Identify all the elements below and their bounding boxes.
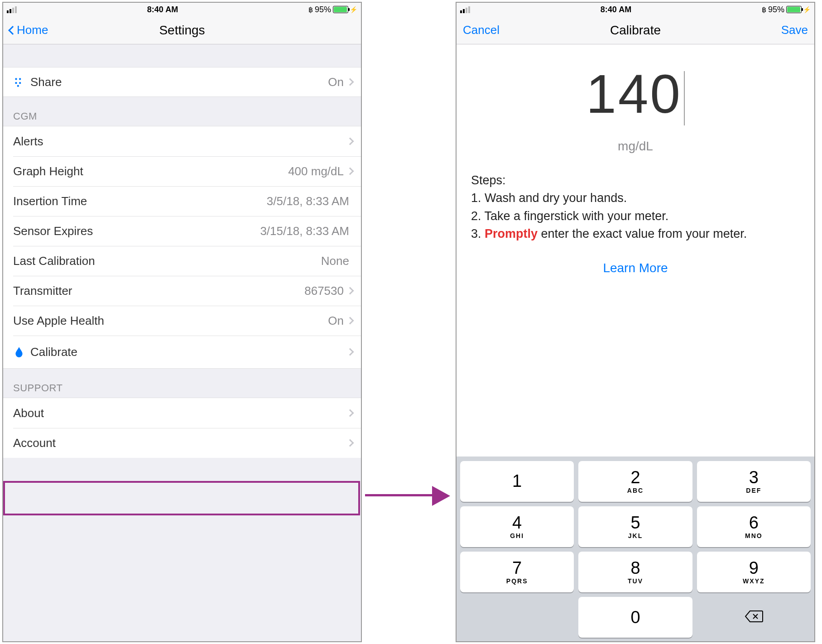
bluetooth-icon: ฿ <box>762 5 766 14</box>
graph-height-label: Graph Height <box>13 164 83 178</box>
cancel-button[interactable]: Cancel <box>457 16 506 44</box>
share-row[interactable]: Share On <box>3 67 361 97</box>
glucose-unit: mg/dL <box>457 139 814 154</box>
learn-more-link[interactable]: Learn More <box>457 261 814 275</box>
nav-title: Settings <box>159 23 205 38</box>
battery-icon <box>333 6 348 13</box>
key-7[interactable]: 7PQRS <box>460 552 574 592</box>
apple-health-value: On <box>328 314 344 328</box>
backspace-icon <box>744 609 764 625</box>
status-bar: 8:40 AM ฿ 95% ⚡ <box>457 3 814 16</box>
support-section-header: SUPPORT <box>3 369 361 398</box>
insertion-time-label: Insertion Time <box>13 194 87 208</box>
last-calibration-value: None <box>321 254 349 268</box>
share-icon <box>13 76 25 88</box>
key-1[interactable]: 1 <box>460 461 574 502</box>
save-button[interactable]: Save <box>775 16 814 44</box>
battery-percent: 95% <box>315 5 331 14</box>
last-calibration-label: Last Calibration <box>13 254 95 268</box>
apple-health-label: Use Apple Health <box>13 314 104 328</box>
svg-point-2 <box>15 82 17 84</box>
battery-percent: 95% <box>768 5 784 14</box>
flow-arrow <box>365 486 451 504</box>
account-row[interactable]: Account <box>3 428 361 458</box>
key-6[interactable]: 6MNO <box>697 506 811 547</box>
step-3: 3. Promptly enter the exact value from y… <box>471 225 800 243</box>
sensor-expires-value: 3/15/18, 8:33 AM <box>260 224 349 238</box>
status-bar: 8:40 AM ฿ 95% ⚡ <box>3 3 361 16</box>
numeric-keyboard: 1 2ABC 3DEF 4GHI 5JKL 6MNO 7PQRS 8TUV 9W… <box>457 457 814 641</box>
calibrate-body: 140 mg/dL Steps: 1. Wash and dry your ha… <box>457 44 814 457</box>
calibrate-row[interactable]: Calibrate <box>3 336 361 368</box>
bluetooth-icon: ฿ <box>308 5 313 14</box>
step-2: 2. Take a fingerstick with your meter. <box>471 207 800 225</box>
settings-screen: 8:40 AM ฿ 95% ⚡ Home Settings Share On C… <box>2 2 362 642</box>
transmitter-value: 867530 <box>304 284 344 298</box>
graph-height-value: 400 mg/dL <box>288 164 344 178</box>
chevron-right-icon <box>346 348 354 356</box>
key-9[interactable]: 9WXYZ <box>697 552 811 592</box>
step-1: 1. Wash and dry your hands. <box>471 189 800 207</box>
nav-bar: Cancel Calibrate Save <box>457 16 814 44</box>
key-backspace[interactable] <box>697 597 811 638</box>
sensor-expires-label: Sensor Expires <box>13 224 93 238</box>
svg-point-0 <box>15 78 17 80</box>
battery-icon <box>786 6 802 13</box>
apple-health-row[interactable]: Use Apple Health On <box>3 306 361 336</box>
key-4[interactable]: 4GHI <box>460 506 574 547</box>
nav-title: Calibrate <box>610 23 661 38</box>
nav-bar: Home Settings <box>3 16 361 44</box>
signal-icon <box>460 6 470 13</box>
cancel-label: Cancel <box>463 23 500 37</box>
glucose-input[interactable]: 140 <box>457 62 814 125</box>
sensor-expires-row[interactable]: Sensor Expires 3/15/18, 8:33 AM <box>3 216 361 246</box>
alerts-row[interactable]: Alerts <box>3 126 361 156</box>
key-5[interactable]: 5JKL <box>578 506 692 547</box>
key-0[interactable]: 0 <box>578 597 692 638</box>
alerts-label: Alerts <box>13 135 43 149</box>
glucose-value: 140 <box>586 63 682 124</box>
share-label: Share <box>30 75 62 89</box>
chevron-right-icon <box>346 168 354 175</box>
insertion-time-row[interactable]: Insertion Time 3/5/18, 8:33 AM <box>3 186 361 216</box>
status-time: 8:40 AM <box>601 5 631 14</box>
highlight-calibrate <box>3 481 360 515</box>
transmitter-label: Transmitter <box>13 284 72 298</box>
svg-point-1 <box>19 78 21 80</box>
text-cursor <box>684 71 685 125</box>
chevron-right-icon <box>346 138 354 145</box>
chevron-right-icon <box>346 439 354 447</box>
svg-point-4 <box>17 85 19 87</box>
steps-title: Steps: <box>471 172 800 189</box>
transmitter-row[interactable]: Transmitter 867530 <box>3 276 361 306</box>
share-value: On <box>328 75 344 89</box>
status-time: 8:40 AM <box>147 5 178 14</box>
cgm-section-header: CGM <box>3 97 361 126</box>
calibrate-screen: 8:40 AM ฿ 95% ⚡ Cancel Calibrate Save 14… <box>456 2 815 642</box>
save-label: Save <box>781 23 808 37</box>
back-label: Home <box>17 23 48 37</box>
key-8[interactable]: 8TUV <box>578 552 692 592</box>
charging-icon: ⚡ <box>803 6 811 13</box>
chevron-left-icon <box>8 26 17 35</box>
key-blank <box>460 597 574 638</box>
chevron-right-icon <box>346 317 354 325</box>
insertion-time-value: 3/5/18, 8:33 AM <box>267 194 349 208</box>
chevron-right-icon <box>346 78 354 86</box>
charging-icon: ⚡ <box>350 6 357 13</box>
about-label: About <box>13 406 44 420</box>
chevron-right-icon <box>346 409 354 417</box>
key-3[interactable]: 3DEF <box>697 461 811 502</box>
account-label: Account <box>13 436 56 450</box>
calibrate-label: Calibrate <box>30 345 77 359</box>
chevron-right-icon <box>346 287 354 295</box>
signal-icon <box>7 6 17 13</box>
back-button[interactable]: Home <box>3 16 54 44</box>
promptly-emphasis: Promptly <box>485 227 538 240</box>
about-row[interactable]: About <box>3 398 361 428</box>
svg-point-3 <box>19 82 21 84</box>
graph-height-row[interactable]: Graph Height 400 mg/dL <box>3 156 361 186</box>
key-2[interactable]: 2ABC <box>578 461 692 502</box>
steps-text: Steps: 1. Wash and dry your hands. 2. Ta… <box>457 154 814 243</box>
last-calibration-row[interactable]: Last Calibration None <box>3 246 361 276</box>
